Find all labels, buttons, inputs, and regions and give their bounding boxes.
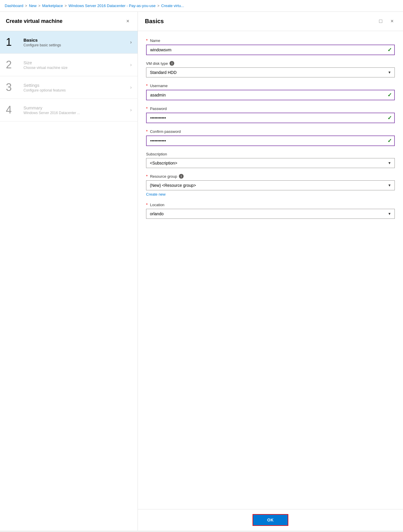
right-panel-close-button[interactable]: × — [388, 17, 396, 26]
step-3-content: Settings Configure optional features — [23, 83, 130, 92]
step-1-content: Basics Configure basic settings — [23, 38, 130, 47]
step-1-chevron-icon: › — [130, 40, 132, 45]
location-select-wrapper: orlando ▼ — [146, 209, 395, 219]
confirm-password-label-text: Confirm password — [150, 129, 181, 134]
password-label: * Password — [146, 106, 395, 111]
right-panel: Basics □ × * Name ✓ VM dis — [138, 12, 403, 531]
right-panel-actions: □ × — [377, 17, 396, 26]
right-panel-header: Basics □ × — [138, 12, 403, 31]
location-required-star: * — [146, 202, 148, 207]
create-new-link[interactable]: Create new — [146, 192, 165, 196]
disk-type-group: VM disk type i Standard HDDStandard SSDP… — [146, 61, 395, 77]
resource-group-group: * Resource group i (New) <Resource group… — [146, 174, 395, 196]
bottom-bar: OK — [138, 509, 403, 531]
breadcrumb-current: Create virtu... — [161, 4, 184, 8]
location-group: * Location orlando ▼ — [146, 202, 395, 219]
disk-type-label: VM disk type i — [146, 61, 395, 66]
subscription-select-wrapper: <Subscription> ▼ — [146, 158, 395, 168]
step-2-desc: Choose virtual machine size — [23, 66, 130, 70]
password-valid-icon: ✓ — [387, 115, 392, 121]
maximize-button[interactable]: □ — [377, 17, 385, 26]
breadcrumb-product[interactable]: Windows Server 2016 Datacenter - Pay-as-… — [68, 4, 155, 8]
step-1-name: Basics — [23, 38, 130, 43]
subscription-select[interactable]: <Subscription> — [146, 158, 395, 168]
step-3-number: 3 — [6, 82, 21, 93]
username-input-wrapper: ✓ — [146, 90, 395, 100]
right-panel-title: Basics — [145, 18, 164, 25]
breadcrumb-marketplace[interactable]: Marketplace — [42, 4, 63, 8]
disk-type-info-icon[interactable]: i — [170, 61, 174, 66]
step-4-chevron-icon: › — [130, 107, 132, 113]
left-panel: Create virtual machine × 1 Basics Config… — [0, 12, 138, 531]
subscription-label: Subscription — [146, 152, 395, 156]
step-4-desc: Windows Server 2016 Datacenter ... — [23, 111, 130, 115]
location-select[interactable]: orlando — [146, 209, 395, 219]
confirm-password-group: * Confirm password ✓ — [146, 129, 395, 146]
step-2-content: Size Choose virtual machine size — [23, 60, 130, 70]
username-group: * Username ✓ — [146, 83, 395, 100]
step-4-name: Summary — [23, 105, 130, 110]
step-3-name: Settings — [23, 83, 130, 88]
breadcrumb-sep-1: > — [25, 4, 27, 8]
step-2-chevron-icon: › — [130, 62, 132, 67]
resource-group-select-wrapper: (New) <Resource group> ▼ — [146, 180, 395, 190]
location-label-text: Location — [150, 203, 164, 207]
confirm-password-required-star: * — [146, 129, 148, 134]
breadcrumb-sep-4: > — [157, 4, 159, 8]
step-2-number: 2 — [6, 60, 21, 70]
password-input-wrapper: ✓ — [146, 113, 395, 123]
password-required-star: * — [146, 106, 148, 111]
username-valid-icon: ✓ — [387, 92, 392, 98]
left-panel-title: Create virtual machine — [6, 18, 62, 24]
step-4-content: Summary Windows Server 2016 Datacenter .… — [23, 105, 130, 115]
name-input-wrapper: ✓ — [146, 45, 395, 55]
step-2-name: Size — [23, 60, 130, 65]
name-input[interactable] — [146, 45, 395, 55]
step-3-chevron-icon: › — [130, 85, 132, 90]
resource-group-required-star: * — [146, 174, 148, 179]
breadcrumb-dashboard[interactable]: Dashboard — [5, 4, 23, 8]
step-4-item[interactable]: 4 Summary Windows Server 2016 Datacenter… — [0, 99, 138, 121]
steps-container: 1 Basics Configure basic settings › 2 Si… — [0, 31, 138, 531]
username-required-star: * — [146, 83, 148, 88]
resource-group-select[interactable]: (New) <Resource group> — [146, 180, 395, 190]
confirm-password-valid-icon: ✓ — [387, 138, 392, 144]
step-4-number: 4 — [6, 105, 21, 115]
ok-button[interactable]: OK — [253, 514, 288, 526]
name-group: * Name ✓ — [146, 38, 395, 55]
step-1-item[interactable]: 1 Basics Configure basic settings › — [0, 31, 138, 54]
password-input[interactable] — [146, 113, 395, 123]
name-required-star: * — [146, 38, 148, 43]
username-label-text: Username — [150, 84, 167, 88]
username-label: * Username — [146, 83, 395, 88]
main-container: Create virtual machine × 1 Basics Config… — [0, 12, 403, 531]
disk-type-select-wrapper: Standard HDDStandard SSDPremium SSD ▼ — [146, 67, 395, 77]
confirm-password-input-wrapper: ✓ — [146, 135, 395, 146]
form-container: * Name ✓ VM disk type i Standard HDDStan… — [138, 31, 403, 509]
subscription-label-text: Subscription — [146, 152, 167, 156]
resource-group-label: * Resource group i — [146, 174, 395, 179]
password-label-text: Password — [150, 106, 167, 111]
step-3-item[interactable]: 3 Settings Configure optional features › — [0, 76, 138, 99]
password-group: * Password ✓ — [146, 106, 395, 123]
disk-type-label-text: VM disk type — [146, 61, 168, 66]
step-3-desc: Configure optional features — [23, 88, 130, 92]
breadcrumb: Dashboard > New > Marketplace > Windows … — [0, 0, 403, 12]
name-label: * Name — [146, 38, 395, 43]
subscription-group: Subscription <Subscription> ▼ — [146, 152, 395, 168]
resource-group-label-text: Resource group — [150, 174, 177, 179]
step-1-desc: Configure basic settings — [23, 43, 130, 47]
username-input[interactable] — [146, 90, 395, 100]
location-label: * Location — [146, 202, 395, 207]
breadcrumb-new[interactable]: New — [29, 4, 37, 8]
step-1-number: 1 — [6, 37, 21, 48]
breadcrumb-sep-2: > — [38, 4, 40, 8]
left-panel-close-button[interactable]: × — [124, 17, 132, 26]
resource-group-info-icon[interactable]: i — [179, 174, 184, 179]
confirm-password-input[interactable] — [146, 135, 395, 146]
name-label-text: Name — [150, 38, 160, 43]
confirm-password-label: * Confirm password — [146, 129, 395, 134]
step-2-item[interactable]: 2 Size Choose virtual machine size › — [0, 54, 138, 76]
disk-type-select[interactable]: Standard HDDStandard SSDPremium SSD — [146, 67, 395, 77]
name-valid-icon: ✓ — [387, 47, 392, 53]
